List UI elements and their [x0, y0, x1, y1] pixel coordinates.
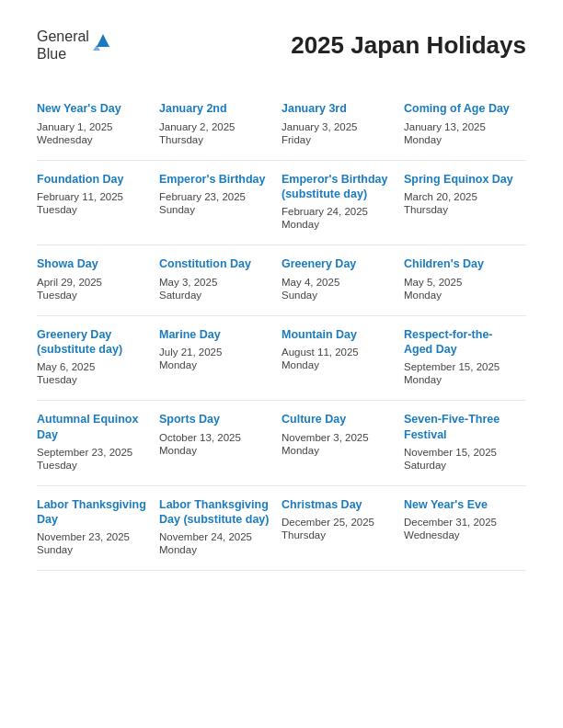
svg-marker-0	[97, 34, 109, 47]
holiday-item: Labor Thanksgiving Day (substitute day) …	[159, 486, 282, 572]
holiday-item: Spring Equinox Day March 20, 2025 Thursd…	[404, 161, 526, 246]
holiday-item: Seven-Five-Three Festival November 15, 2…	[404, 401, 526, 486]
holiday-day: Monday	[159, 359, 272, 370]
holiday-name: Autumnal Equinox Day	[37, 412, 150, 442]
holiday-day: Friday	[282, 134, 395, 145]
holiday-item: Greenery Day (substitute day) May 6, 202…	[37, 316, 159, 402]
holidays-grid: New Year's Day January 1, 2025 Wednesday…	[37, 90, 526, 571]
holiday-item: Foundation Day February 11, 2025 Tuesday	[37, 161, 159, 246]
holiday-item: Constitution Day May 3, 2025 Saturday	[159, 245, 282, 315]
holiday-name: Children's Day	[404, 256, 517, 271]
holiday-name: January 2nd	[159, 101, 272, 116]
holiday-name: Spring Equinox Day	[404, 172, 517, 187]
holiday-date: May 4, 2025	[282, 275, 395, 290]
holiday-item: Emperor's Birthday February 23, 2025 Sun…	[159, 161, 282, 246]
holiday-day: Monday	[159, 544, 272, 555]
holiday-date: January 3, 2025	[282, 119, 395, 134]
holiday-date: September 15, 2025	[404, 359, 517, 374]
holiday-day: Thursday	[159, 134, 272, 145]
holiday-name: New Year's Day	[37, 101, 150, 116]
holiday-day: Monday	[404, 374, 517, 385]
holiday-item: Autumnal Equinox Day September 23, 2025 …	[37, 401, 159, 486]
holiday-day: Sunday	[159, 204, 272, 215]
holiday-date: October 13, 2025	[159, 430, 272, 445]
holiday-item: Sports Day October 13, 2025 Monday	[159, 401, 282, 486]
holiday-name: Emperor's Birthday	[159, 172, 272, 187]
holiday-date: April 29, 2025	[37, 275, 150, 290]
holiday-date: December 25, 2025	[282, 515, 395, 529]
holiday-item: Coming of Age Day January 13, 2025 Monda…	[404, 90, 526, 160]
holiday-date: September 23, 2025	[37, 445, 150, 460]
holiday-day: Tuesday	[37, 204, 150, 215]
holiday-date: August 11, 2025	[282, 345, 395, 359]
logo-line1: General	[37, 28, 89, 45]
holiday-date: May 5, 2025	[404, 275, 517, 290]
holiday-date: November 3, 2025	[282, 430, 395, 445]
holiday-day: Monday	[404, 290, 517, 301]
holiday-item: New Year's Eve December 31, 2025 Wednesd…	[404, 486, 526, 572]
logo-icon	[93, 30, 113, 51]
holiday-date: November 23, 2025	[37, 529, 150, 544]
holiday-name: Christmas Day	[282, 497, 395, 512]
holiday-name: Greenery Day (substitute day)	[37, 327, 150, 358]
holiday-name: Seven-Five-Three Festival	[404, 412, 517, 442]
holiday-item: Greenery Day May 4, 2025 Sunday	[282, 245, 404, 315]
holiday-name: Marine Day	[159, 327, 272, 342]
holiday-day: Monday	[282, 445, 395, 456]
holiday-day: Wednesday	[404, 529, 517, 540]
holiday-name: Labor Thanksgiving Day (substitute day)	[159, 497, 272, 528]
holiday-day: Tuesday	[37, 460, 150, 471]
holiday-date: July 21, 2025	[159, 345, 272, 359]
holiday-day: Tuesday	[37, 290, 150, 301]
holiday-date: November 24, 2025	[159, 529, 272, 544]
holiday-day: Thursday	[282, 529, 395, 540]
holiday-name: Labor Thanksgiving Day	[37, 497, 150, 528]
holiday-date: March 20, 2025	[404, 189, 517, 204]
holiday-day: Thursday	[404, 204, 517, 215]
holiday-item: Christmas Day December 25, 2025 Thursday	[282, 486, 404, 572]
holiday-day: Wednesday	[37, 134, 150, 145]
holiday-item: January 3rd January 3, 2025 Friday	[282, 90, 404, 160]
holiday-item: Marine Day July 21, 2025 Monday	[159, 316, 282, 402]
holiday-date: February 23, 2025	[159, 189, 272, 204]
holiday-day: Tuesday	[37, 374, 150, 385]
holiday-name: Mountain Day	[282, 327, 395, 342]
holiday-item: Emperor's Birthday (substitute day) Febr…	[282, 161, 404, 246]
holiday-name: Culture Day	[282, 412, 395, 427]
holiday-name: New Year's Eve	[404, 497, 517, 512]
holiday-name: Coming of Age Day	[404, 101, 517, 116]
holiday-date: January 2, 2025	[159, 119, 272, 134]
holiday-name: Foundation Day	[37, 172, 150, 187]
holiday-item: Labor Thanksgiving Day November 23, 2025…	[37, 486, 159, 572]
holiday-day: Saturday	[159, 290, 272, 301]
holiday-item: Children's Day May 5, 2025 Monday	[404, 245, 526, 315]
holiday-date: November 15, 2025	[404, 445, 517, 460]
holiday-day: Monday	[282, 219, 395, 230]
logo-line2: Blue	[37, 45, 89, 63]
holiday-name: Constitution Day	[159, 256, 272, 271]
holiday-name: January 3rd	[282, 101, 395, 116]
logo: General Blue	[37, 28, 113, 63]
holiday-day: Sunday	[282, 290, 395, 301]
holiday-name: Respect-for-the-Aged Day	[404, 327, 517, 358]
holiday-item: Mountain Day August 11, 2025 Monday	[282, 316, 404, 402]
holiday-date: February 11, 2025	[37, 189, 150, 204]
holiday-date: December 31, 2025	[404, 515, 517, 529]
holiday-item: Showa Day April 29, 2025 Tuesday	[37, 245, 159, 315]
holiday-date: February 24, 2025	[282, 204, 395, 219]
holiday-name: Sports Day	[159, 412, 272, 427]
holiday-item: Respect-for-the-Aged Day September 15, 2…	[404, 316, 526, 402]
page-title: 2025 Japan Holidays	[291, 31, 526, 60]
holiday-date: May 6, 2025	[37, 359, 150, 374]
holiday-item: January 2nd January 2, 2025 Thursday	[159, 90, 282, 160]
page-header: General Blue 2025 Japan Holidays	[37, 28, 526, 63]
holiday-day: Saturday	[404, 460, 517, 471]
holiday-item: New Year's Day January 1, 2025 Wednesday	[37, 90, 159, 160]
holiday-day: Sunday	[37, 544, 150, 555]
logo-text: General Blue	[37, 28, 89, 63]
holiday-name: Emperor's Birthday (substitute day)	[282, 172, 395, 202]
holiday-name: Greenery Day	[282, 256, 395, 271]
holiday-date: January 13, 2025	[404, 119, 517, 134]
holiday-day: Monday	[159, 445, 272, 456]
holiday-date: January 1, 2025	[37, 119, 150, 134]
